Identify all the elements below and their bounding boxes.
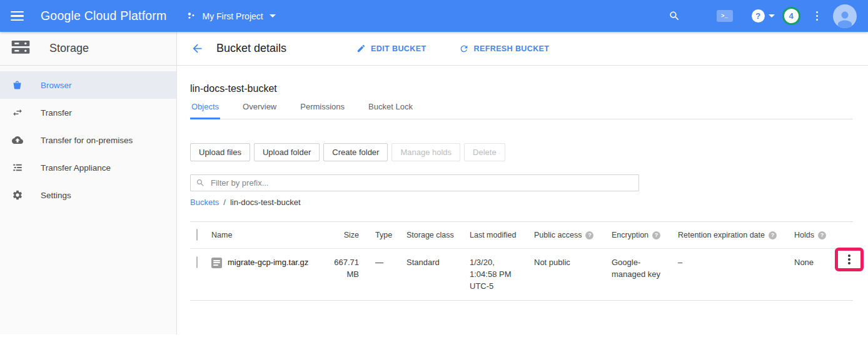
help-icon[interactable]: ? xyxy=(769,231,777,239)
delete-button: Delete xyxy=(464,143,505,161)
column-header-encryption: Encryption? xyxy=(612,231,678,239)
search-icon[interactable] xyxy=(669,10,680,22)
pencil-icon xyxy=(356,44,366,53)
sidebar-header: Storage xyxy=(0,32,176,66)
table-header-row: Name Size Type Storage class Last modifi… xyxy=(190,222,853,249)
project-name: My First Project xyxy=(202,11,263,21)
column-header-holds: Holds? xyxy=(794,231,833,239)
row-checkbox[interactable] xyxy=(196,256,198,268)
avatar[interactable] xyxy=(833,4,857,28)
bucket-icon xyxy=(12,80,23,91)
cell-last-modified: 1/3/20, 1:04:58 PM UTC-5 xyxy=(470,257,520,293)
object-toolbar: Upload files Upload folder Create folder… xyxy=(190,143,853,161)
topbar: Google Cloud Platform My First Project >… xyxy=(0,0,868,32)
help-menu-icon[interactable]: ? xyxy=(752,9,775,23)
table-row: migrate-gcp-img.tar.gz 667.71 MB — Stand… xyxy=(190,249,853,300)
objects-table: Name Size Type Storage class Last modifi… xyxy=(190,221,853,301)
sidebar-item-label: Settings xyxy=(41,191,71,200)
filter-bar xyxy=(190,174,639,191)
breadcrumb-current: lin-docs-test-bucket xyxy=(230,198,301,207)
cell-encryption: Google-managed key xyxy=(612,257,664,281)
appliance-list-icon xyxy=(12,162,23,173)
back-arrow-icon[interactable] xyxy=(191,42,204,55)
row-highlight-box xyxy=(835,248,864,271)
breadcrumb: Buckets / lin-docs-test-bucket xyxy=(190,198,853,207)
hamburger-menu-icon[interactable] xyxy=(0,8,34,25)
row-actions-kebab-icon[interactable] xyxy=(848,254,850,264)
tab-bucket-lock[interactable]: Bucket Lock xyxy=(367,102,414,119)
notifications-badge[interactable]: 4 xyxy=(782,7,800,25)
tab-overview[interactable]: Overview xyxy=(241,102,278,119)
column-header-storage-class: Storage class xyxy=(406,231,470,239)
bucket-name: lin-docs-test-bucket xyxy=(190,83,853,94)
manage-holds-button: Manage holds xyxy=(391,143,460,161)
column-header-name: Name xyxy=(211,231,321,239)
column-header-type: Type xyxy=(375,231,406,239)
sidebar-item-label: Browser xyxy=(41,81,72,90)
column-header-public-access: Public access? xyxy=(534,231,612,239)
object-name-link[interactable]: migrate-gcp-img.tar.gz xyxy=(228,257,308,269)
sidebar-item-transfer-appliance[interactable]: Transfer Appliance xyxy=(0,154,176,181)
column-header-last-modified: Last modified xyxy=(470,231,534,239)
help-icon[interactable]: ? xyxy=(818,231,826,239)
refresh-icon xyxy=(459,44,469,54)
main-header: Bucket details EDIT BUCKET REFRESH BUCKE… xyxy=(177,32,868,66)
sidebar-item-label: Transfer for on-premises xyxy=(41,136,133,145)
sidebar-item-label: Transfer xyxy=(41,108,72,118)
sidebar-item-transfer-on-premises[interactable]: Transfer for on-premises xyxy=(0,126,176,154)
cloud-upload-icon xyxy=(12,134,23,146)
project-icon xyxy=(187,11,196,21)
page-title: Bucket details xyxy=(216,42,286,55)
product-name[interactable]: Google Cloud Platform xyxy=(41,9,166,23)
upload-files-button[interactable]: Upload files xyxy=(190,143,250,161)
more-options-icon[interactable] xyxy=(814,9,821,24)
sidebar-item-transfer[interactable]: Transfer xyxy=(0,99,176,126)
refresh-bucket-button[interactable]: REFRESH BUCKET xyxy=(459,44,550,54)
cell-type: — xyxy=(375,257,406,269)
storage-product-icon xyxy=(11,39,31,58)
create-folder-button[interactable]: Create folder xyxy=(323,143,388,161)
caret-down-icon xyxy=(270,14,276,18)
breadcrumb-buckets-link[interactable]: Buckets xyxy=(190,198,219,207)
cell-retention-expiration-date: – xyxy=(678,257,794,269)
cell-storage-class: Standard xyxy=(406,257,470,269)
sidebar-item-browser[interactable]: Browser xyxy=(0,71,176,99)
project-picker[interactable]: My First Project xyxy=(187,11,275,21)
sidebar-nav: Browser Transfer Transfer for on-premise… xyxy=(0,66,176,209)
help-icon[interactable]: ? xyxy=(585,231,593,239)
caret-down-icon xyxy=(769,14,775,18)
search-icon xyxy=(196,178,205,188)
cloud-shell-icon[interactable]: >_ xyxy=(717,10,752,22)
gear-icon xyxy=(12,189,23,201)
select-all-checkbox[interactable] xyxy=(196,229,198,241)
filter-by-prefix-input[interactable] xyxy=(190,174,639,191)
sidebar-item-label: Transfer Appliance xyxy=(41,163,111,173)
column-header-size: Size xyxy=(321,231,361,239)
breadcrumb-separator: / xyxy=(223,198,226,207)
main-panel: Bucket details EDIT BUCKET REFRESH BUCKE… xyxy=(177,32,868,301)
tab-objects[interactable]: Objects xyxy=(190,102,220,119)
sidebar-title: Storage xyxy=(49,42,89,55)
cell-public-access: Not public xyxy=(534,257,612,269)
column-header-retention-expiration-date: Retention expiration date? xyxy=(678,231,794,239)
cell-holds: None xyxy=(794,257,833,269)
tab-bar: Objects Overview Permissions Bucket Lock xyxy=(190,102,853,119)
cell-size: 667.71 MB xyxy=(333,257,361,281)
help-icon[interactable]: ? xyxy=(652,231,660,239)
upload-folder-button[interactable]: Upload folder xyxy=(254,143,320,161)
sidebar-item-settings[interactable]: Settings xyxy=(0,181,176,209)
sidebar: Storage Browser Transfer Transfer for on… xyxy=(0,32,177,334)
file-icon xyxy=(211,258,222,268)
swap-arrows-icon xyxy=(12,107,23,118)
tab-permissions[interactable]: Permissions xyxy=(299,102,346,119)
edit-bucket-button[interactable]: EDIT BUCKET xyxy=(356,44,426,53)
